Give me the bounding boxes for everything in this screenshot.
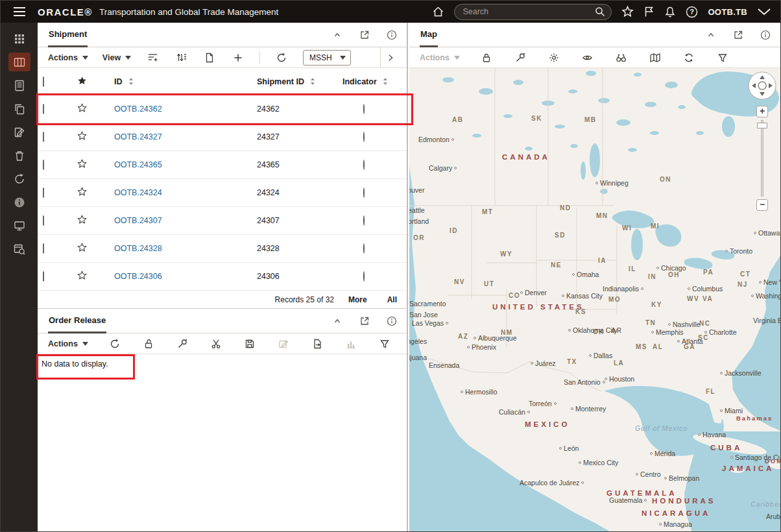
- compass-control[interactable]: [747, 71, 777, 101]
- map-actions-menu[interactable]: Actions: [420, 53, 460, 62]
- visibility-eye-icon[interactable]: [581, 51, 595, 65]
- toolbar-overflow-button[interactable]: [380, 47, 400, 67]
- search-icon[interactable]: [595, 6, 605, 17]
- nav-finder-button[interactable]: [8, 239, 30, 258]
- favorite-star-icon[interactable]: [77, 106, 87, 115]
- sort-indicator-button[interactable]: [383, 77, 388, 86]
- info-icon[interactable]: [386, 29, 398, 41]
- map-layers-icon[interactable]: [648, 51, 662, 65]
- binoculars-icon[interactable]: [614, 51, 629, 65]
- topbar: ORACLE® Transportation and Global Trade …: [1, 1, 780, 23]
- notifications-icon[interactable]: [664, 6, 676, 18]
- row-checkbox[interactable]: [43, 243, 44, 254]
- sort-id-button[interactable]: [128, 77, 134, 86]
- favorite-star-icon[interactable]: [77, 134, 87, 143]
- open-in-new-icon[interactable]: [732, 29, 744, 41]
- edit-icon[interactable]: [276, 337, 291, 351]
- sort-shipment-id-button[interactable]: [310, 77, 315, 86]
- filter-icon[interactable]: [378, 337, 392, 351]
- tools-icon[interactable]: [513, 51, 527, 65]
- row-checkbox[interactable]: [43, 271, 44, 282]
- zoom-slider-track[interactable]: [761, 120, 763, 197]
- user-menu-label[interactable]: OOTB.TB: [708, 7, 747, 17]
- nav-workbench-button[interactable]: [8, 53, 30, 71]
- row-checkbox[interactable]: [43, 187, 44, 198]
- nav-refresh-button[interactable]: [8, 169, 30, 188]
- home-icon[interactable]: [432, 6, 444, 18]
- add-icon[interactable]: [231, 51, 245, 65]
- favorite-star-icon[interactable]: [77, 273, 87, 282]
- shipment-id-link[interactable]: OOTB.24324: [114, 188, 162, 197]
- row-checkbox[interactable]: [43, 132, 44, 142]
- order-release-actions-menu[interactable]: Actions: [48, 339, 88, 348]
- open-in-new-icon[interactable]: [359, 29, 370, 41]
- flag-icon[interactable]: [643, 6, 655, 18]
- nav-edit-button[interactable]: [8, 123, 30, 141]
- nav-copy-button[interactable]: [8, 99, 30, 118]
- nav-worklist-button[interactable]: [8, 76, 30, 95]
- map-label: OH: [668, 271, 680, 278]
- no-data-message: No data to display.: [42, 359, 108, 369]
- filter-icon[interactable]: [715, 51, 730, 65]
- settings-gear-icon[interactable]: [547, 51, 561, 65]
- map-label: NV: [454, 278, 465, 285]
- saved-search-select[interactable]: MSSH: [303, 50, 351, 66]
- open-in-new-icon[interactable]: [359, 315, 370, 327]
- info-icon[interactable]: [386, 315, 398, 327]
- zoom-in-button[interactable]: +: [756, 106, 768, 117]
- unlock-icon[interactable]: [141, 337, 156, 351]
- sync-icon[interactable]: [682, 51, 696, 65]
- tools-icon[interactable]: [175, 337, 189, 351]
- info-icon[interactable]: [760, 29, 771, 41]
- reorder-columns-icon[interactable]: [174, 51, 188, 65]
- user-menu-chevron-icon[interactable]: [757, 8, 771, 16]
- select-all-checkbox[interactable]: [43, 77, 44, 87]
- save-icon[interactable]: [243, 337, 257, 351]
- shipment-actions-menu[interactable]: Actions: [48, 53, 88, 62]
- favorite-star-icon[interactable]: [77, 189, 87, 199]
- shipment-id-link[interactable]: OOTB.24328: [114, 244, 162, 253]
- new-document-icon[interactable]: [202, 51, 217, 65]
- zoom-slider-handle[interactable]: [757, 123, 767, 128]
- zoom-out-button[interactable]: −: [756, 199, 768, 211]
- help-icon[interactable]: ?: [686, 6, 698, 18]
- favorite-star-icon[interactable]: [77, 162, 87, 171]
- nav-springboard-button[interactable]: [8, 29, 30, 48]
- favorite-star-icon[interactable]: [77, 245, 87, 254]
- row-checkbox[interactable]: [43, 215, 44, 226]
- manage-filters-icon[interactable]: [145, 51, 160, 65]
- shipment-id-link[interactable]: OOTB.24362: [114, 104, 162, 114]
- favorites-icon[interactable]: [621, 6, 634, 18]
- all-link[interactable]: All: [387, 295, 397, 304]
- more-link[interactable]: More: [348, 295, 367, 304]
- collapse-icon[interactable]: [705, 29, 717, 41]
- row-checkbox[interactable]: [43, 160, 44, 170]
- refresh-icon[interactable]: [108, 337, 122, 351]
- favorite-star-icon[interactable]: [77, 217, 87, 226]
- menu-icon[interactable]: [1, 1, 38, 23]
- map-label: Aruba: [766, 513, 780, 520]
- nav-delete-button[interactable]: [8, 146, 30, 165]
- map-label: Jacksonville: [718, 369, 762, 377]
- map-label: Hermosillo: [459, 388, 498, 396]
- shipment-id-link[interactable]: OOTB.24306: [114, 272, 162, 281]
- lock-icon[interactable]: [479, 51, 494, 65]
- refresh-icon[interactable]: [274, 51, 289, 65]
- nav-info-button[interactable]: [8, 193, 30, 212]
- shipment-id-link[interactable]: OOTB.24327: [114, 132, 162, 141]
- map-canvas[interactable]: CANADAUNITED STATESMEXICOCUBAJAMAICAGUAT…: [409, 68, 780, 531]
- row-checkbox[interactable]: [43, 104, 44, 114]
- shipment-view-menu[interactable]: View: [102, 53, 131, 62]
- nav-monitor-button[interactable]: [8, 216, 30, 235]
- shipment-id-link[interactable]: OOTB.24365: [114, 160, 162, 169]
- table-row: OOTB.24362 24362: [38, 95, 407, 123]
- collapse-icon[interactable]: [331, 315, 343, 327]
- chart-icon[interactable]: [344, 337, 358, 351]
- cut-icon[interactable]: [209, 337, 223, 351]
- export-icon[interactable]: [310, 337, 324, 351]
- search-input[interactable]: [463, 7, 595, 16]
- collapse-icon[interactable]: [331, 29, 343, 41]
- shipment-id-link[interactable]: OOTB.24307: [114, 216, 162, 225]
- map-label: ND: [560, 204, 571, 212]
- map-label: AL: [653, 343, 663, 350]
